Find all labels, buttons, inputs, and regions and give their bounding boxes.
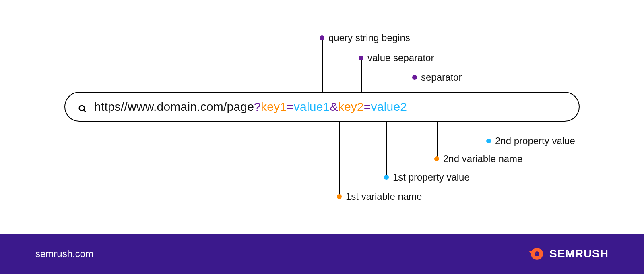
dot-icon [337,194,342,199]
callout-label: query string begins [328,32,410,44]
brand-name: SEMRUSH [549,247,609,260]
callout-1st-variable-name: 1st variable name [337,191,422,202]
url-key2: key2 [338,100,364,113]
callout-label: 2nd variable name [443,153,522,164]
dot-icon [412,75,417,80]
url-amp: & [330,100,338,113]
diagram-canvas: https//www.domain.com/page?key1=value1&k… [0,0,644,274]
callout-1st-property-value: 1st property value [384,172,470,183]
leader-var1 [339,122,340,197]
url-base: https//www.domain.com/page [94,100,254,113]
callout-value-separator: value separator [359,52,434,64]
leader-valuesep [361,60,362,92]
url-key1: key1 [261,100,287,113]
dot-icon [359,56,363,60]
callout-2nd-variable-name: 2nd variable name [434,153,522,164]
url-qmark: ? [254,100,261,113]
url-bar: https//www.domain.com/page?key1=value1&k… [64,92,580,122]
url-eq2: = [364,100,371,113]
footer-site: semrush.com [35,248,93,259]
dot-icon [434,156,439,161]
brand-fireball-icon [528,246,544,262]
callout-separator: separator [412,72,462,83]
brand-lockup: SEMRUSH [528,246,609,262]
leader-prop1 [386,122,387,177]
dot-icon [384,175,389,180]
callout-label: 1st property value [393,172,470,183]
url-val1: value1 [294,100,330,113]
svg-line-1 [84,110,86,112]
callout-label: separator [421,72,462,83]
search-icon [78,102,87,111]
dot-icon [486,139,491,143]
callout-2nd-property-value: 2nd property value [486,135,575,147]
url-eq1: = [287,100,294,113]
leader-var2 [437,122,438,158]
callout-label: 2nd property value [495,135,575,147]
leader-qbegins [322,40,323,92]
svg-point-3 [535,251,539,256]
url-val2: value2 [371,100,407,113]
callout-label: value separator [367,52,434,64]
callout-query-string-begins: query string begins [320,32,410,44]
dot-icon [320,35,324,40]
url-text: https//www.domain.com/page?key1=value1&k… [94,100,407,114]
footer-bar: semrush.com SEMRUSH [0,234,644,274]
callout-label: 1st variable name [346,191,422,202]
